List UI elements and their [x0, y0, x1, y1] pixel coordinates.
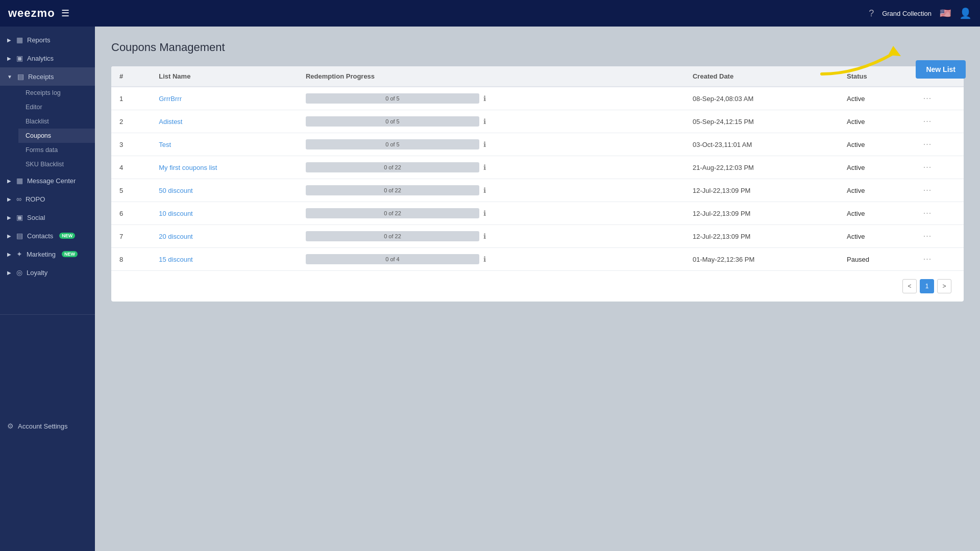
sidebar-item-forms-data[interactable]: Forms data: [18, 143, 95, 157]
cell-actions: ···: [915, 87, 964, 110]
cell-progress: 0 of 22 ℹ: [298, 202, 684, 225]
info-icon[interactable]: ℹ: [483, 232, 486, 240]
sidebar-item-contacts[interactable]: ▶ ▤ Contacts NEW: [0, 227, 95, 245]
list-name-link[interactable]: 50 discount: [159, 187, 193, 194]
cell-list-name[interactable]: 20 discount: [151, 225, 298, 248]
cell-status: Active: [839, 225, 915, 248]
list-name-link[interactable]: 20 discount: [159, 233, 193, 240]
table-row: 7 20 discount 0 of 22 ℹ 12-Jul-22,13:09 …: [111, 225, 964, 248]
cell-date: 12-Jul-22,13:09 PM: [684, 179, 839, 202]
cell-list-name[interactable]: 10 discount: [151, 202, 298, 225]
col-redemption: Redemption Progress: [298, 66, 684, 87]
sidebar-item-sku-blacklist[interactable]: SKU Blacklist: [18, 157, 95, 171]
cell-progress: 0 of 5 ℹ: [298, 133, 684, 156]
chevron-icon: ▶: [7, 270, 11, 276]
list-name-link[interactable]: GrrrBrrr: [159, 95, 182, 103]
table-row: 4 My first coupons list 0 of 22 ℹ 21-Aug…: [111, 156, 964, 179]
sidebar-item-analytics[interactable]: ▶ ▣ Analytics: [0, 49, 95, 67]
settings-icon: ⚙: [7, 422, 14, 430]
info-icon[interactable]: ℹ: [483, 255, 486, 263]
sidebar: ▶ ▦ Reports ▶ ▣ Analytics ▼ ▤ Receipts R…: [0, 27, 95, 551]
receipts-icon: ▤: [17, 72, 24, 81]
user-icon[interactable]: 👤: [959, 7, 972, 19]
page-1-btn[interactable]: 1: [920, 279, 934, 293]
cell-num: 7: [111, 225, 151, 248]
info-icon[interactable]: ℹ: [483, 140, 486, 148]
table-row: 8 15 discount 0 of 4 ℹ 01-May-22,12:36 P…: [111, 248, 964, 271]
sidebar-item-editor[interactable]: Editor: [18, 100, 95, 114]
row-actions-btn[interactable]: ···: [923, 209, 932, 217]
sidebar-item-social[interactable]: ▶ ▣ Social: [0, 208, 95, 227]
cell-list-name[interactable]: 15 discount: [151, 248, 298, 271]
cell-progress: 0 of 22 ℹ: [298, 225, 684, 248]
row-actions-btn[interactable]: ···: [923, 117, 932, 126]
row-actions-btn[interactable]: ···: [923, 94, 932, 103]
help-icon[interactable]: ?: [869, 8, 874, 19]
sidebar-item-label: ROPO: [26, 195, 45, 203]
sidebar-item-reports[interactable]: ▶ ▦ Reports: [0, 31, 95, 49]
table-row: 5 50 discount 0 of 22 ℹ 12-Jul-22,13:09 …: [111, 179, 964, 202]
cell-date: 12-Jul-22,13:09 PM: [684, 225, 839, 248]
chevron-icon: ▶: [7, 56, 11, 61]
list-name-link[interactable]: My first coupons list: [159, 164, 217, 171]
row-actions-btn[interactable]: ···: [923, 163, 932, 171]
cell-list-name[interactable]: Test: [151, 133, 298, 156]
cell-date: 03-Oct-23,11:01 AM: [684, 133, 839, 156]
receipts-submenu: Receipts log Editor Blacklist Coupons Fo…: [0, 86, 95, 171]
sidebar-item-marketing[interactable]: ▶ ✦ Marketing NEW: [0, 245, 95, 263]
table-row: 2 Adistest 0 of 5 ℹ 05-Sep-24,12:15 PM A…: [111, 110, 964, 133]
cell-list-name[interactable]: Adistest: [151, 110, 298, 133]
list-name-link[interactable]: Adistest: [159, 118, 182, 126]
prev-page-btn[interactable]: <: [902, 279, 917, 293]
cell-num: 1: [111, 87, 151, 110]
cell-date: 21-Aug-22,12:03 PM: [684, 156, 839, 179]
cell-actions: ···: [915, 156, 964, 179]
cell-status: Active: [839, 202, 915, 225]
cell-status: Paused: [839, 248, 915, 271]
cell-progress: 0 of 4 ℹ: [298, 248, 684, 271]
cell-date: 08-Sep-24,08:03 AM: [684, 87, 839, 110]
info-icon[interactable]: ℹ: [483, 163, 486, 171]
row-actions-btn[interactable]: ···: [923, 140, 932, 148]
new-list-button[interactable]: New List: [916, 60, 966, 79]
next-page-btn[interactable]: >: [937, 279, 951, 293]
org-name: Grand Collection: [882, 10, 932, 17]
sidebar-item-message-center[interactable]: ▶ ▦ Message Center: [0, 171, 95, 190]
cell-actions: ···: [915, 133, 964, 156]
cell-status: Active: [839, 133, 915, 156]
sidebar-item-ropo[interactable]: ▶ ∞ ROPO: [0, 190, 95, 208]
cell-progress: 0 of 5 ℹ: [298, 87, 684, 110]
page-title: Coupons Management: [111, 41, 964, 54]
cell-list-name[interactable]: My first coupons list: [151, 156, 298, 179]
row-actions-btn[interactable]: ···: [923, 232, 932, 240]
row-actions-btn[interactable]: ···: [923, 255, 932, 263]
list-name-link[interactable]: Test: [159, 141, 171, 148]
sidebar-item-blacklist[interactable]: Blacklist: [18, 114, 95, 129]
sidebar-item-account-settings[interactable]: ⚙ Account Settings: [0, 417, 95, 435]
sidebar-item-loyalty[interactable]: ▶ ◎ Loyalty: [0, 263, 95, 282]
cell-list-name[interactable]: 50 discount: [151, 179, 298, 202]
cell-list-name[interactable]: GrrrBrrr: [151, 87, 298, 110]
sidebar-item-coupons[interactable]: Coupons: [18, 129, 95, 143]
sidebar-item-receipts[interactable]: ▼ ▤ Receipts: [0, 67, 95, 86]
cell-actions: ···: [915, 179, 964, 202]
hamburger-icon[interactable]: ☰: [61, 8, 69, 19]
info-icon[interactable]: ℹ: [483, 209, 486, 217]
cell-actions: ···: [915, 202, 964, 225]
cell-date: 05-Sep-24,12:15 PM: [684, 110, 839, 133]
sidebar-item-receipts-log[interactable]: Receipts log: [18, 86, 95, 100]
marketing-new-badge: NEW: [62, 251, 78, 257]
list-name-link[interactable]: 10 discount: [159, 210, 193, 217]
table-row: 1 GrrrBrrr 0 of 5 ℹ 08-Sep-24,08:03 AM A…: [111, 87, 964, 110]
info-icon[interactable]: ℹ: [483, 186, 486, 194]
chevron-icon: ▶: [7, 37, 11, 43]
table-row: 6 10 discount 0 of 22 ℹ 12-Jul-22,13:09 …: [111, 202, 964, 225]
cell-num: 6: [111, 202, 151, 225]
info-icon[interactable]: ℹ: [483, 117, 486, 126]
ropo-icon: ∞: [16, 195, 21, 203]
info-icon[interactable]: ℹ: [483, 94, 486, 103]
sidebar-item-label: Social: [27, 214, 45, 221]
row-actions-btn[interactable]: ···: [923, 186, 932, 194]
list-name-link[interactable]: 15 discount: [159, 256, 193, 263]
sidebar-item-label: Loyalty: [27, 269, 47, 277]
